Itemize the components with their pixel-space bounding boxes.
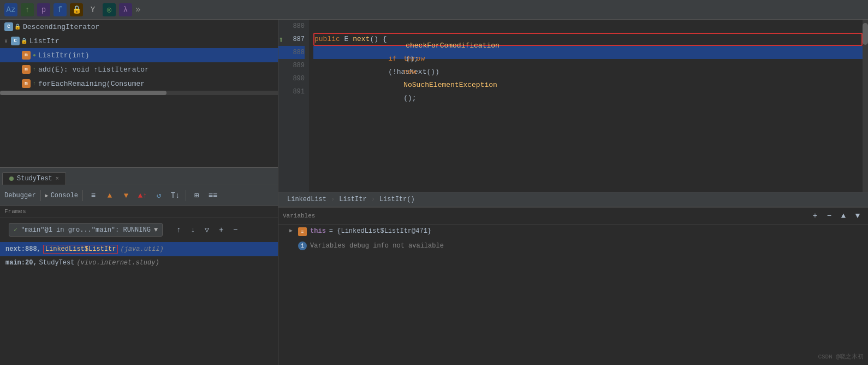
frames-list: next:888, LinkedList$ListItr (java.util)… bbox=[0, 242, 278, 365]
tree-item-add[interactable]: m ↑ add(E): void ↑ListIterator bbox=[0, 62, 278, 76]
toolbar-icon-lock[interactable]: 🔒 bbox=[70, 3, 83, 16]
var-item-this[interactable]: ▶ ≡ this = {LinkedList$ListItr@471} bbox=[278, 225, 868, 239]
frame-nav-minus[interactable]: − bbox=[229, 224, 241, 236]
console-label-text: Console bbox=[51, 192, 78, 199]
tree-label-listitr: ListItr bbox=[29, 37, 60, 45]
var-expand-icon[interactable]: ▶ bbox=[289, 227, 293, 234]
line-num-890: 890 bbox=[278, 72, 305, 85]
toolbar-icon-lambda[interactable]: λ bbox=[119, 3, 132, 16]
toolbar-icon-step-out[interactable]: ▲↑ bbox=[136, 190, 148, 202]
frame-dropdown-label: "main"@1 in gro..."main": RUNNING bbox=[21, 226, 151, 234]
toolbar-icon-run-to-cursor[interactable]: ↺ bbox=[153, 190, 165, 202]
code-scrollbar-thumb bbox=[863, 23, 868, 45]
kw-new: new bbox=[403, 68, 420, 76]
toolbar-sep2 bbox=[82, 190, 83, 201]
tree-label-add: add(E): void ↑ListIterator bbox=[38, 66, 149, 74]
code-content[interactable]: public E next () { checkForComodificatio… bbox=[309, 20, 863, 192]
tree-item-descendingiterator[interactable]: C 🔒 DescendingIterator bbox=[0, 20, 278, 34]
tab-close-button[interactable]: × bbox=[56, 176, 59, 182]
variables-label: Variables bbox=[283, 213, 315, 219]
frame-nav-filter[interactable]: ▽ bbox=[201, 224, 213, 236]
debug-tabs: StudyTest × bbox=[0, 168, 278, 185]
frame-italic-vivointernet: (vivo.internet.study) bbox=[76, 259, 159, 267]
breadcrumb-listitrmethod[interactable]: ListItr() bbox=[379, 196, 415, 203]
frame-item-next[interactable]: next:888, LinkedList$ListItr (java.util) bbox=[0, 242, 278, 256]
tree-hscrollbar[interactable] bbox=[0, 91, 278, 95]
frame-loc-next: next:888, bbox=[5, 245, 41, 253]
vars-toolbar-add[interactable]: + bbox=[809, 210, 821, 222]
debug-toolbar-row: Debugger ▶ Console ≡ ▲ ▼ ▲↑ ↺ T↓ ⊞ ≡≡ bbox=[0, 185, 278, 206]
line-num-891: 891 bbox=[278, 85, 305, 98]
toolbar-sep bbox=[40, 190, 41, 201]
top-toolbar: Az ↑ p f 🔒 Y ◎ λ » bbox=[0, 0, 868, 20]
frame-check-icon: ✓ bbox=[14, 226, 17, 234]
var-info-row: i Variables debug info not available bbox=[278, 239, 868, 253]
frame-nav-down[interactable]: ↓ bbox=[187, 224, 199, 236]
frame-nav-add[interactable]: + bbox=[215, 224, 227, 236]
tree-item-listltrint[interactable]: m ● ListItr(int) bbox=[0, 48, 278, 62]
exc-nosuchelement: NoSuchElementException bbox=[403, 81, 497, 89]
debugger-label[interactable]: Debugger bbox=[4, 192, 36, 199]
toolbar-icon-grid[interactable]: ⊞ bbox=[191, 190, 203, 202]
console-tab[interactable]: ▶ Console bbox=[45, 192, 78, 199]
frame-loc-main: main:20, bbox=[5, 259, 37, 267]
frame-class-studytest: StudyTest bbox=[39, 259, 75, 267]
frame-item-main[interactable]: main:20, StudyTest (vivo.internet.study) bbox=[0, 256, 278, 269]
toolbar-icon-step-into[interactable]: ▼ bbox=[120, 190, 132, 202]
vars-toolbar-down[interactable]: ▼ bbox=[852, 210, 864, 222]
line-num-887: ⬆ 887 bbox=[278, 33, 305, 46]
code-scrollbar[interactable] bbox=[863, 20, 868, 192]
breadcrumb-listitr[interactable]: ListItr bbox=[339, 196, 366, 203]
method-icon-listltrint: m bbox=[22, 51, 31, 60]
tree-label-descendingiterator: DescendingIterator bbox=[23, 23, 99, 31]
vars-toolbar-up[interactable]: ▲ bbox=[837, 210, 849, 222]
class-icon: C bbox=[4, 22, 13, 31]
toolbar-icon-az[interactable]: Az bbox=[4, 3, 17, 16]
line-num-888: 888 bbox=[278, 46, 305, 59]
variables-section: Variables + − ▲ ▼ ▶ ≡ this = {LinkedList… bbox=[278, 208, 868, 365]
kw-throw: throw bbox=[403, 55, 429, 63]
toolbar-more-button[interactable]: » bbox=[135, 5, 141, 15]
var-info-icon: i bbox=[298, 242, 307, 250]
frames-nav-toolbar: ↑ ↓ ▽ + − bbox=[170, 223, 243, 237]
paren-exc: (); bbox=[403, 94, 416, 102]
toolbar-sep3 bbox=[186, 190, 186, 201]
toolbar-icon-step-over[interactable]: ▲ bbox=[104, 190, 116, 202]
method-icon-add: m bbox=[22, 65, 31, 74]
var-eq-icon: ≡ bbox=[298, 227, 307, 236]
tree-item-listitr[interactable]: ∨ C 🔒 ListItr bbox=[0, 34, 278, 48]
left-panel: C 🔒 DescendingIterator ∨ C 🔒 ListItr m ●… bbox=[0, 20, 278, 365]
method-badge-circle: ● bbox=[33, 52, 36, 58]
running-dot bbox=[9, 176, 14, 181]
tree-label-foreach: forEachRemaining(Consumer bbox=[38, 80, 145, 88]
toolbar-icon-y[interactable]: Y bbox=[86, 3, 99, 16]
toolbar-icon-t[interactable]: T↓ bbox=[169, 190, 181, 202]
frame-dropdown-arrow: ▼ bbox=[154, 226, 158, 234]
chevron-icon: ∨ bbox=[4, 38, 8, 44]
toolbar-icon-list[interactable]: ≡≡ bbox=[207, 190, 219, 202]
toolbar-icon-p[interactable]: p bbox=[37, 3, 50, 16]
tree-item-foreachremaining[interactable]: m ↑ forEachRemaining(Consumer bbox=[0, 76, 278, 91]
var-name-this: this bbox=[310, 227, 326, 235]
vars-toolbar-minus[interactable]: − bbox=[823, 210, 835, 222]
variables-header: Variables + − ▲ ▼ bbox=[278, 208, 868, 225]
toolbar-icon-lines[interactable]: ≡ bbox=[87, 190, 99, 202]
tree-label-listltrint: ListItr(int) bbox=[38, 51, 90, 60]
frame-nav-up[interactable]: ↑ bbox=[173, 224, 185, 236]
breadcrumb-linkedlist[interactable]: LinkedList bbox=[287, 196, 326, 203]
throw-stmt: throw new NoSuchElementException (); bbox=[313, 39, 497, 118]
bottom-area: Variables + − ▲ ▼ ▶ ≡ this = {LinkedList… bbox=[278, 207, 868, 365]
debug-tab-label: StudyTest bbox=[17, 175, 52, 182]
frame-dropdown[interactable]: ✓ "main"@1 in gro..."main": RUNNING ▼ bbox=[9, 223, 163, 237]
breadcrumb: LinkedList › ListItr › ListItr() bbox=[278, 192, 868, 207]
frames-controls: ✓ "main"@1 in gro..."main": RUNNING ▼ ↑ … bbox=[0, 217, 278, 242]
breakpoint-arrow-icon: ⬆ bbox=[278, 34, 284, 47]
debug-tab-studytest[interactable]: StudyTest × bbox=[2, 172, 66, 185]
toolbar-icon-f[interactable]: f bbox=[53, 3, 67, 16]
code-area: 880 ⬆ 887 888 889 890 891 pub bbox=[278, 20, 868, 192]
toolbar-icon-circle[interactable]: ◎ bbox=[103, 3, 116, 16]
line-num-880: 880 bbox=[278, 20, 305, 33]
toolbar-icon-up[interactable]: ↑ bbox=[21, 3, 34, 16]
right-panel: 880 ⬆ 887 888 889 890 891 pub bbox=[278, 20, 868, 365]
breadcrumb-sep1: › bbox=[331, 196, 335, 203]
